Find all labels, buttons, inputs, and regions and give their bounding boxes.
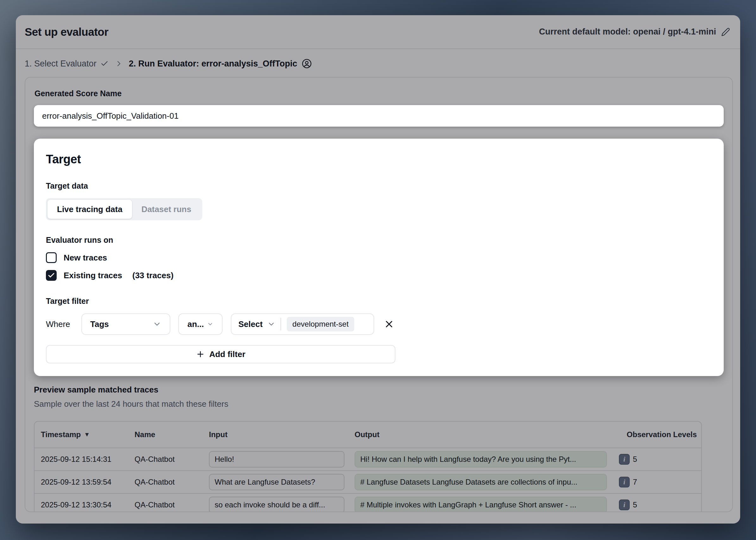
info-level-badge-icon: i [619,477,630,487]
column-header-name[interactable]: Name [135,430,209,439]
breadcrumb: 1. Select Evaluator 2. Run Evaluator: er… [16,49,740,77]
cell-observation-levels: i 5 [613,499,700,510]
filter-value-placeholder: Select [238,320,263,329]
output-preview-chip: Hi! How can I help with Langfuse today? … [355,451,607,468]
plus-icon [196,350,205,359]
tab-dataset-runs[interactable]: Dataset runs [132,200,201,219]
input-preview-chip: Hello! [209,451,345,468]
evaluator-runs-on-label: Evaluator runs on [46,235,711,245]
new-traces-checkbox[interactable] [46,252,57,263]
cell-output: Hi! How can I help with Langfuse today? … [355,451,613,468]
observation-count: 7 [633,477,637,486]
filter-value-select[interactable]: Select development-set [231,313,374,335]
chevron-down-icon [207,321,214,327]
cell-input: Hello! [209,451,355,468]
close-x-icon [384,319,394,330]
sort-descending-icon: ▼ [84,431,90,438]
input-preview-chip: What are Langfuse Datasets? [209,474,345,490]
edit-pencil-icon[interactable] [721,28,730,36]
target-filter-label: Target filter [46,297,711,306]
breadcrumb-step-1[interactable]: 1. Select Evaluator [25,59,108,69]
remove-filter-button[interactable] [382,318,396,331]
option-existing-traces: Existing traces (33 traces) [46,270,711,281]
cell-timestamp: 2025-09-12 13:30:54 [35,500,135,509]
column-header-output[interactable]: Output [355,430,613,439]
where-label: Where [46,320,81,329]
input-preview-chip: so each invoke should be a diff... [209,497,345,512]
table-row[interactable]: 2025-09-12 13:59:54 QA-Chatbot What are … [35,471,701,494]
option-new-traces: New traces [46,252,711,263]
target-data-tabs: Live tracing data Dataset runs [46,198,202,220]
default-model-info: Current default model: openai / gpt-4.1-… [539,27,730,37]
add-filter-button[interactable]: Add filter [46,345,395,363]
filter-operator-dropdown[interactable]: an... [178,313,223,335]
chevron-down-icon [153,320,161,329]
target-card: Target Target data Live tracing data Dat… [34,139,724,376]
check-icon [100,60,108,68]
output-preview-chip: # Langfuse Datasets Langfuse Datasets ar… [355,474,607,490]
table-row[interactable]: 2025-09-12 13:30:54 QA-Chatbot so each i… [35,494,701,512]
dialog-title: Set up evaluator [25,26,108,38]
checkmark-icon [48,272,55,279]
divider [280,318,281,331]
cell-name: QA-Chatbot [135,455,209,464]
filter-operator-value: an... [187,320,204,329]
column-header-input[interactable]: Input [209,430,355,439]
generated-score-name-input[interactable]: error-analysis_OffTopic_Validation-01 [34,105,724,127]
cell-input: so each invoke should be a diff... [209,497,355,512]
target-data-label: Target data [46,181,711,191]
cell-observation-levels: i 5 [613,454,700,465]
dialog-header: Set up evaluator Current default model: … [16,15,740,49]
cell-input: What are Langfuse Datasets? [209,474,355,490]
breadcrumb-step-1-label: 1. Select Evaluator [25,59,96,69]
user-circle-icon [302,59,312,69]
cell-name: QA-Chatbot [135,477,209,486]
observation-count: 5 [633,500,637,509]
default-model-text: Current default model: openai / gpt-4.1-… [539,27,716,37]
existing-traces-checkbox[interactable] [46,270,57,281]
chevron-down-icon [267,320,275,328]
existing-traces-count: (33 traces) [132,271,174,280]
filter-column-value: Tags [90,320,109,329]
table-row[interactable]: 2025-09-12 15:14:31 QA-Chatbot Hello! Hi… [35,448,701,471]
target-title: Target [46,153,711,166]
filter-row: Where Tags an... Select [46,313,711,335]
output-preview-chip: # Multiple invokes with LangGraph + Lang… [355,497,607,512]
filter-column-dropdown[interactable]: Tags [81,313,170,335]
preview-subtitle: Sample over the last 24 hours that match… [34,399,724,409]
add-filter-label: Add filter [209,349,245,359]
cell-output: # Langfuse Datasets Langfuse Datasets ar… [355,474,613,490]
breadcrumb-step-2-label: 2. Run Evaluator: error-analysis_OffTopi… [129,59,297,69]
info-level-badge-icon: i [619,454,630,465]
run-evaluator-panel: Generated Score Name error-analysis_OffT… [25,77,733,512]
breadcrumb-step-2[interactable]: 2. Run Evaluator: error-analysis_OffTopi… [129,59,312,69]
info-level-badge-icon: i [619,499,630,510]
preview-title: Preview sample matched traces [34,385,724,395]
tab-live-tracing-data[interactable]: Live tracing data [48,200,132,219]
existing-traces-label: Existing traces [64,271,122,280]
matched-traces-table: Timestamp ▼ Name Input Output Observatio… [34,421,702,512]
chevron-right-icon [115,60,122,68]
cell-name: QA-Chatbot [135,500,209,509]
column-header-observation-levels[interactable]: Observation Levels [613,430,700,439]
observation-count: 5 [633,455,637,464]
column-header-timestamp[interactable]: Timestamp ▼ [35,430,135,439]
generated-score-name-label: Generated Score Name [35,89,724,98]
cell-output: # Multiple invokes with LangGraph + Lang… [355,497,613,512]
table-header-row: Timestamp ▼ Name Input Output Observatio… [35,422,701,448]
setup-evaluator-dialog: Set up evaluator Current default model: … [16,15,740,523]
new-traces-label: New traces [64,253,107,263]
cell-timestamp: 2025-09-12 15:14:31 [35,455,135,464]
cell-observation-levels: i 7 [613,477,700,487]
cell-timestamp: 2025-09-12 13:59:54 [35,477,135,486]
selected-value-chip[interactable]: development-set [287,317,354,332]
